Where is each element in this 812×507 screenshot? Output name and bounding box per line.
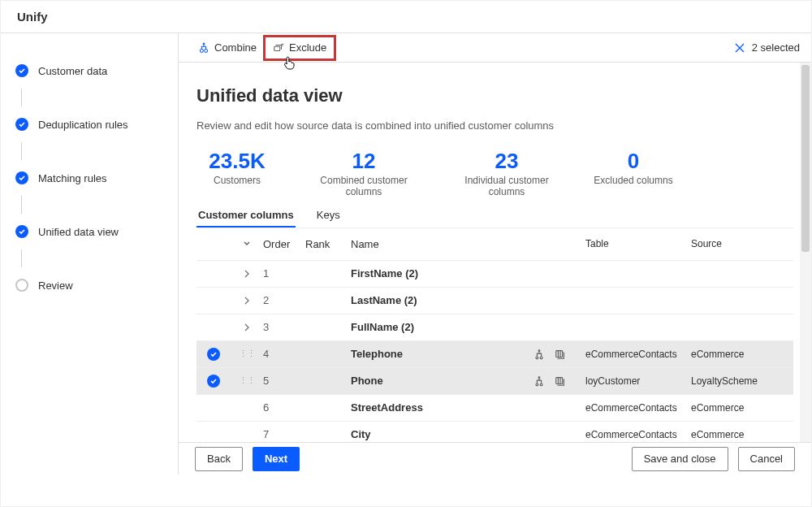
svg-point-5 [540,357,542,359]
mapping-icon[interactable] [533,349,545,360]
row-source: eCommerce [691,402,780,414]
table-row[interactable]: 6StreetAddresseCommerceContactseCommerce [197,395,793,422]
exclude-button[interactable]: Exclude [265,37,335,59]
step-review[interactable]: Review [15,272,168,298]
svg-point-8 [536,384,538,386]
table-row[interactable]: ⋮⋮5PhoneloyCustomerLoyaltyScheme [197,368,793,395]
row-source: LoyaltyScheme [691,375,780,387]
clear-selection[interactable]: 2 selected [734,41,800,54]
tabs: Customer columnsKeys [197,202,793,228]
table-row[interactable]: 7CityeCommerceContactseCommerce [197,422,793,442]
columns-table: Order Rank Name Table Source 1FirstName … [197,228,793,442]
stat-0: 23.5KCustomers [197,150,278,197]
back-button[interactable]: Back [195,447,243,471]
row-name: StreetAddress [351,401,533,414]
row-source: eCommerce [691,429,780,440]
row-order: 4 [263,348,305,360]
expand-col-header[interactable] [231,239,263,249]
save-and-close-button[interactable]: Save and close [632,447,728,471]
step-deduplication-rules[interactable]: Deduplication rules [15,111,168,137]
exclude-icon [273,42,284,54]
page-description: Review and edit how source data is combi… [197,119,793,132]
row-order: 5 [263,375,305,387]
vertical-scrollbar[interactable] [800,63,811,442]
table-col-header[interactable]: Table [585,238,691,249]
svg-rect-7 [556,350,563,357]
expand-row-icon[interactable] [243,323,251,332]
row-order: 6 [263,401,305,414]
row-checkmark-icon[interactable] [207,375,220,388]
next-button[interactable]: Next [253,447,300,471]
row-name: Telephone [351,348,533,360]
step-label: Review [38,280,73,292]
step-unified-data-view[interactable]: Unified data view [15,219,168,245]
rank-header[interactable]: Rank [305,238,351,250]
drag-handle-icon[interactable]: ⋮⋮ [239,349,255,359]
step-matching-rules[interactable]: Matching rules [15,165,168,191]
row-source: eCommerce [691,349,780,360]
table-row[interactable]: 3FullName (2) [197,314,793,341]
svg-point-1 [205,49,208,52]
step-customer-data[interactable]: Customer data [15,58,168,84]
columns-icon[interactable] [555,375,566,387]
clear-selection-icon [734,42,745,54]
svg-point-4 [536,357,538,359]
content-area: Unified data view Review and edit how so… [179,63,811,442]
step-label: Unified data view [38,226,119,238]
table-header: Order Rank Name Table Source [197,228,793,261]
selection-count: 2 selected [752,41,800,54]
row-order: 1 [263,267,305,280]
tab-customer-columns[interactable]: Customer columns [197,202,296,228]
svg-point-10 [538,376,540,378]
mapping-icon[interactable] [533,375,545,387]
expand-row-icon[interactable] [243,270,251,278]
row-table: loyCustomer [585,375,691,387]
columns-icon[interactable] [555,349,566,360]
footer: Back Next Save and close Cancel [179,442,811,474]
row-order: 3 [263,321,305,333]
source-header[interactable]: Source [691,238,780,249]
row-name: FullName (2) [351,321,533,333]
row-name: LastName (2) [351,294,533,306]
stat-label: Combined customer columns [307,175,421,197]
main-panel: Combine Exclude 2 selected [178,33,811,474]
app-title: Unify [1,1,811,33]
step-label: Customer data [38,65,107,77]
steps-sidebar: Customer dataDeduplication rulesMatching… [1,33,178,474]
table-row[interactable]: ⋮⋮4TelephoneeCommerceContactseCommerce [197,341,793,368]
stat-2: 23Individual customer columns [450,150,564,197]
step-label: Deduplication rules [38,119,128,131]
order-header[interactable]: Order [263,238,305,250]
page-title: Unified data view [197,85,793,106]
combine-button[interactable]: Combine [190,37,265,59]
drag-handle-icon[interactable]: ⋮⋮ [239,375,255,386]
row-name: City [351,428,533,440]
stat-label: Individual customer columns [450,175,564,197]
stats-row: 23.5KCustomers12Combined customer column… [197,150,793,197]
tab-keys[interactable]: Keys [315,202,342,228]
row-checkmark-icon[interactable] [207,348,220,361]
stat-1: 12Combined customer columns [307,150,421,197]
table-row[interactable]: 2LastName (2) [197,288,793,314]
cancel-button[interactable]: Cancel [738,447,795,471]
svg-point-2 [203,43,205,45]
stat-3: 0Excluded columns [593,150,674,197]
expand-row-icon[interactable] [243,297,251,305]
row-table: eCommerceContacts [585,349,691,360]
stat-value: 12 [307,150,421,173]
combine-label: Combine [214,41,257,54]
svg-rect-11 [556,377,563,384]
step-label: Matching rules [38,172,107,184]
stat-value: 23.5K [197,150,278,173]
exclude-label: Exclude [289,41,326,54]
row-table: eCommerceContacts [585,402,691,414]
stat-label: Customers [197,175,278,186]
row-name: FirstName (2) [351,267,533,280]
svg-point-9 [540,384,542,386]
combine-icon [198,42,209,54]
row-order: 7 [263,428,305,440]
name-header[interactable]: Name [351,238,533,250]
table-row[interactable]: 1FirstName (2) [197,261,793,288]
action-bar: Combine Exclude 2 selected [179,33,811,63]
svg-rect-3 [274,46,280,50]
